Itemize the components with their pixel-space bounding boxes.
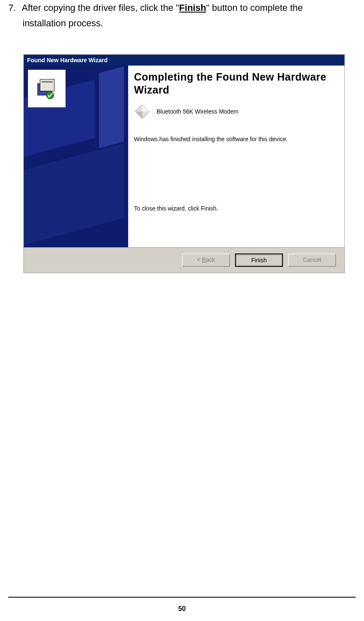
finish-button[interactable]: Finish: [235, 253, 283, 267]
step-text-suffix: " button to complete the: [206, 3, 303, 13]
cancel-button: Cancel: [288, 253, 336, 267]
document-page: 7.After copying the driver files, click …: [0, 0, 364, 621]
svg-marker-5: [142, 104, 149, 112]
wizard-heading: Completing the Found New Hardware Wizard: [134, 71, 336, 97]
wizard-window: Found New Hardware Wizard C: [23, 54, 345, 273]
decorative-shape: [99, 66, 124, 148]
step-text-line2: installation process.: [8, 15, 356, 31]
device-row: Bluetooth 56K Wireless Modem: [134, 103, 336, 120]
device-icon: [134, 103, 151, 120]
status-text: Windows has finished installing the soft…: [134, 136, 336, 142]
back-button: < Back: [182, 253, 230, 267]
window-title: Found New Hardware Wizard: [27, 57, 108, 63]
close-instruction: To close this wizard, click Finish.: [134, 205, 336, 212]
instruction-step-7: 7.After copying the driver files, click …: [8, 0, 356, 31]
decorative-shape: [24, 143, 124, 247]
title-bar[interactable]: Found New Hardware Wizard: [24, 55, 344, 66]
button-row: < Back Finish Cancel: [24, 248, 344, 273]
wizard-body: Completing the Found New Hardware Wizard…: [24, 66, 344, 247]
finish-bold-text: Finish: [179, 3, 206, 13]
svg-rect-2: [42, 81, 53, 83]
step-text-prefix: After copying the driver files, click th…: [22, 3, 179, 13]
device-name: Bluetooth 56K Wireless Modem: [157, 108, 238, 115]
step-number: 7.: [8, 0, 22, 15]
wizard-content: Completing the Found New Hardware Wizard…: [128, 66, 344, 247]
wizard-side-graphic: [24, 66, 128, 247]
page-number: 50: [0, 605, 364, 613]
footer-rule: [8, 597, 356, 598]
hardware-icon: [28, 70, 66, 107]
svg-marker-6: [135, 112, 142, 119]
